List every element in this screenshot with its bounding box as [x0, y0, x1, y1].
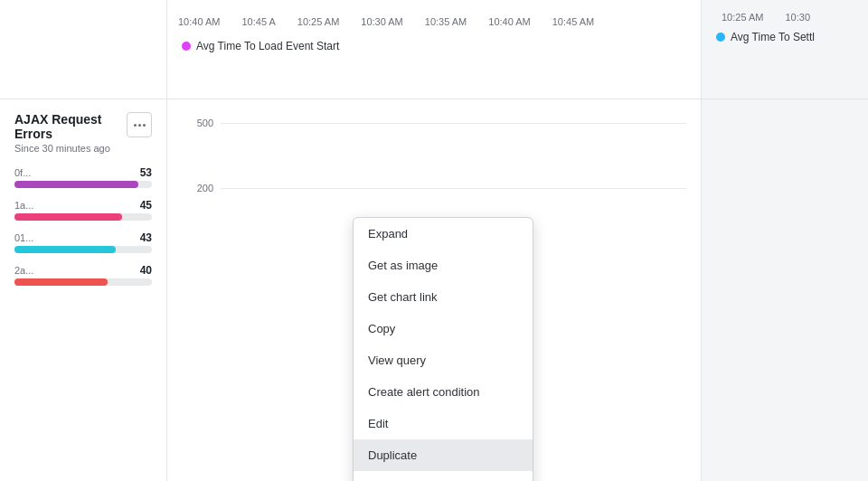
bar-fill-2 — [14, 246, 116, 253]
y-label-500: 500 — [182, 118, 213, 128]
legend-label-1: Avg Time To Load Event Start — [196, 40, 339, 52]
legend-row-1: Avg Time To Load Event Start — [167, 34, 701, 58]
top-center-panel: 10:40 AM 10:45 A 10:25 AM 10:30 AM 10:35… — [167, 0, 701, 99]
bar-value-3: 40 — [140, 264, 152, 277]
right-time-2: 10:30 — [774, 12, 821, 23]
main-content: AJAX Request Errors Since 30 minutes ago… — [0, 99, 868, 481]
widget-subtitle: Since 30 minutes ago — [14, 143, 127, 154]
chart-y-200-row: 200 — [167, 174, 701, 203]
bar-label-row-0: 0f... 53 — [14, 166, 152, 179]
widget-header: AJAX Request Errors Since 30 minutes ago — [0, 99, 166, 159]
bar-item-2: 01... 43 — [14, 231, 152, 253]
right-time-row: 10:25 AM 10:30 — [702, 0, 868, 25]
legend-dot-1 — [182, 42, 191, 51]
time-label-row: 10:40 AM 10:45 A 10:25 AM 10:30 AM 10:35… — [167, 9, 701, 34]
time-label-3: 10:25 AM — [287, 16, 350, 27]
bar-fill-1 — [14, 213, 122, 221]
time-label-2: 10:45 A — [231, 16, 286, 27]
context-menu-item-edit[interactable]: Edit — [354, 408, 533, 439]
right-panel — [701, 99, 868, 481]
context-menu: ExpandGet as imageGet chart linkCopyView… — [353, 217, 533, 481]
top-left-spacer — [0, 0, 167, 99]
bar-list: 0f... 53 1a... 45 01... 43 — [0, 159, 166, 293]
bar-track-1 — [14, 213, 152, 221]
context-menu-item-copy[interactable]: Copy — [354, 313, 533, 344]
h-line-500 — [221, 123, 686, 124]
more-options-button[interactable] — [127, 112, 152, 137]
bar-fill-3 — [14, 278, 108, 286]
bar-value-2: 43 — [140, 231, 152, 244]
bar-fill-0 — [14, 181, 138, 188]
bar-track-0 — [14, 181, 152, 188]
widget-title-block: AJAX Request Errors Since 30 minutes ago — [14, 112, 127, 154]
legend-dot-2 — [716, 33, 725, 42]
context-menu-item-delete[interactable]: Delete — [354, 471, 533, 481]
context-menu-item-get-chart-link[interactable]: Get chart link — [354, 281, 533, 313]
y-label-200: 200 — [182, 183, 213, 193]
time-label-1: 10:40 AM — [167, 16, 231, 27]
bar-label-row-1: 1a... 45 — [14, 199, 152, 212]
bar-label-text-2: 01... — [14, 232, 33, 243]
bar-label-text-0: 0f... — [14, 167, 31, 178]
top-bar: 10:40 AM 10:45 A 10:25 AM 10:30 AM 10:35… — [0, 0, 868, 99]
bar-item-1: 1a... 45 — [14, 199, 152, 221]
bar-value-1: 45 — [140, 199, 152, 212]
bar-label-text-3: 2a... — [14, 265, 33, 276]
context-menu-item-expand[interactable]: Expand — [354, 218, 533, 250]
chart-y-500-row: 500 — [167, 108, 701, 137]
legend-label-2: Avg Time To Settl — [731, 31, 815, 43]
right-time-1: 10:25 AM — [711, 12, 774, 23]
time-label-6: 10:40 AM — [477, 16, 541, 27]
bar-item-0: 0f... 53 — [14, 166, 152, 188]
bar-label-row-3: 2a... 40 — [14, 264, 152, 277]
top-right-panel: 10:25 AM 10:30 Avg Time To Settl — [701, 0, 868, 99]
context-menu-item-view-query[interactable]: View query — [354, 344, 533, 376]
more-dots-icon — [134, 124, 146, 127]
legend-row-2: Avg Time To Settl — [702, 25, 868, 49]
left-panel: AJAX Request Errors Since 30 minutes ago… — [0, 99, 167, 481]
time-label-7: 10:45 AM — [542, 16, 605, 27]
bar-label-text-1: 1a... — [14, 200, 33, 211]
bar-value-0: 53 — [140, 166, 152, 179]
widget-title: AJAX Request Errors — [14, 112, 127, 141]
time-label-4: 10:30 AM — [350, 16, 413, 27]
bar-track-2 — [14, 246, 152, 253]
context-menu-item-get-as-image[interactable]: Get as image — [354, 250, 533, 281]
bar-track-3 — [14, 278, 152, 286]
context-menu-item-create-alert[interactable]: Create alert condition — [354, 376, 533, 408]
time-label-5: 10:35 AM — [414, 16, 477, 27]
h-line-200 — [221, 188, 686, 189]
bar-item-3: 2a... 40 — [14, 264, 152, 286]
bar-label-row-2: 01... 43 — [14, 231, 152, 244]
context-menu-item-duplicate[interactable]: Duplicate — [354, 439, 533, 471]
